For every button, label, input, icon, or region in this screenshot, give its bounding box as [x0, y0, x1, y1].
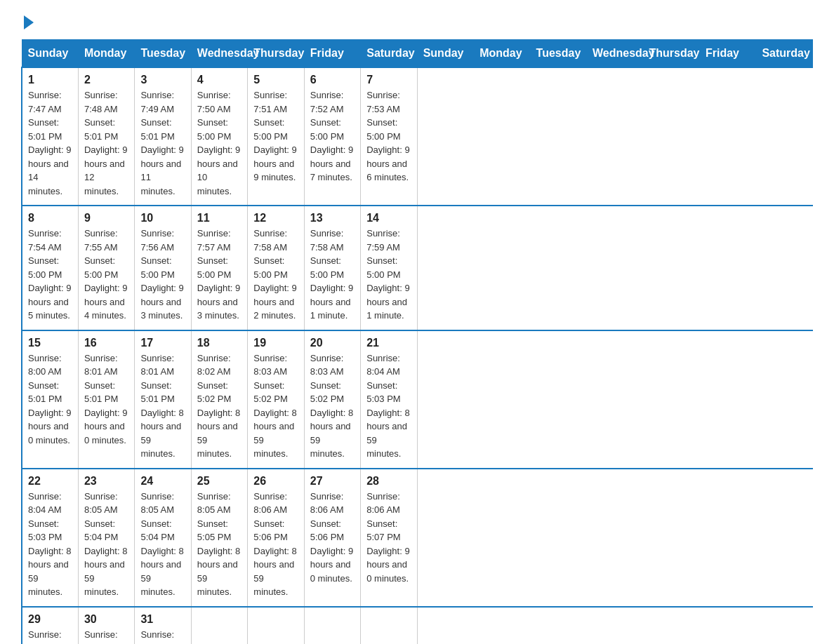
- day-number: 3: [140, 74, 185, 86]
- day-number: 25: [197, 475, 241, 488]
- calendar-cell: 11Sunrise: 7:57 AMSunset: 5:00 PMDayligh…: [191, 206, 247, 330]
- day-number: 1: [28, 74, 72, 86]
- calendar-cell: 24Sunrise: 8:05 AMSunset: 5:04 PMDayligh…: [135, 469, 191, 607]
- calendar-header-row: SundayMondayTuesdayWednesdayThursdayFrid…: [22, 40, 813, 68]
- day-number: 27: [310, 475, 355, 488]
- calendar-cell: 16Sunrise: 8:01 AMSunset: 5:01 PMDayligh…: [78, 330, 134, 469]
- calendar-cell: 27Sunrise: 8:06 AMSunset: 5:06 PMDayligh…: [304, 469, 360, 607]
- calendar-cell: [304, 607, 360, 645]
- day-header-thursday: Thursday: [643, 40, 699, 68]
- day-info: Sunrise: 7:56 AMSunset: 5:00 PMDaylight:…: [140, 227, 185, 323]
- day-info: Sunrise: 8:04 AMSunset: 5:03 PMDaylight:…: [366, 351, 411, 461]
- calendar-cell: 28Sunrise: 8:06 AMSunset: 5:07 PMDayligh…: [361, 469, 417, 607]
- calendar-cell: 13Sunrise: 7:58 AMSunset: 5:00 PMDayligh…: [304, 206, 360, 330]
- calendar-cell: 21Sunrise: 8:04 AMSunset: 5:03 PMDayligh…: [361, 330, 417, 469]
- day-header-thursday: Thursday: [248, 40, 304, 68]
- calendar-cell: 10Sunrise: 7:56 AMSunset: 5:00 PMDayligh…: [135, 206, 191, 330]
- day-number: 5: [253, 74, 298, 86]
- calendar-cell: 7Sunrise: 7:53 AMSunset: 5:00 PMDaylight…: [361, 67, 417, 206]
- calendar-cell: 26Sunrise: 8:06 AMSunset: 5:06 PMDayligh…: [248, 469, 304, 607]
- day-number: 20: [310, 337, 355, 349]
- day-info: Sunrise: 8:07 AMSunset: 5:09 PMDaylight:…: [140, 628, 185, 645]
- day-info: Sunrise: 8:05 AMSunset: 5:04 PMDaylight:…: [140, 490, 185, 599]
- calendar-cell: 29Sunrise: 8:07 AMSunset: 5:08 PMDayligh…: [22, 607, 78, 645]
- day-header-friday: Friday: [304, 40, 360, 68]
- calendar-cell: 17Sunrise: 8:01 AMSunset: 5:01 PMDayligh…: [135, 330, 191, 469]
- day-info: Sunrise: 7:52 AMSunset: 5:00 PMDaylight:…: [310, 88, 355, 185]
- day-number: 18: [197, 337, 241, 349]
- calendar-cell: 6Sunrise: 7:52 AMSunset: 5:00 PMDaylight…: [304, 67, 360, 206]
- day-info: Sunrise: 8:01 AMSunset: 5:01 PMDaylight:…: [140, 351, 185, 461]
- day-header-wednesday: Wednesday: [191, 40, 247, 68]
- day-header-wednesday: Wednesday: [587, 40, 643, 68]
- day-header-sunday: Sunday: [22, 40, 78, 68]
- day-info: Sunrise: 8:06 AMSunset: 5:06 PMDaylight:…: [310, 490, 355, 586]
- day-info: Sunrise: 8:03 AMSunset: 5:02 PMDaylight:…: [253, 351, 298, 461]
- calendar-cell: [361, 607, 417, 645]
- day-number: 8: [28, 212, 72, 224]
- day-number: 14: [366, 212, 411, 224]
- day-info: Sunrise: 8:07 AMSunset: 5:09 PMDaylight:…: [84, 628, 128, 645]
- day-number: 11: [197, 212, 241, 224]
- calendar-cell: 3Sunrise: 7:49 AMSunset: 5:01 PMDaylight…: [135, 67, 191, 206]
- day-header-tuesday: Tuesday: [135, 40, 191, 68]
- logo: [21, 14, 34, 25]
- calendar-cell: 12Sunrise: 7:58 AMSunset: 5:00 PMDayligh…: [248, 206, 304, 330]
- day-number: 17: [140, 337, 185, 349]
- day-info: Sunrise: 7:47 AMSunset: 5:01 PMDaylight:…: [28, 88, 72, 198]
- calendar-cell: 4Sunrise: 7:50 AMSunset: 5:00 PMDaylight…: [191, 67, 247, 206]
- day-info: Sunrise: 7:57 AMSunset: 5:00 PMDaylight:…: [197, 227, 241, 323]
- day-number: 28: [366, 475, 411, 488]
- day-number: 6: [310, 74, 355, 86]
- day-info: Sunrise: 7:50 AMSunset: 5:00 PMDaylight:…: [197, 88, 241, 198]
- calendar-cell: 25Sunrise: 8:05 AMSunset: 5:05 PMDayligh…: [191, 469, 247, 607]
- calendar-cell: 23Sunrise: 8:05 AMSunset: 5:04 PMDayligh…: [78, 469, 134, 607]
- day-number: 31: [140, 613, 185, 626]
- page-header: [21, 14, 813, 25]
- day-header-monday: Monday: [78, 40, 134, 68]
- day-number: 26: [253, 475, 298, 488]
- day-info: Sunrise: 8:00 AMSunset: 5:01 PMDaylight:…: [28, 351, 72, 448]
- day-info: Sunrise: 8:04 AMSunset: 5:03 PMDaylight:…: [28, 490, 72, 599]
- day-info: Sunrise: 7:58 AMSunset: 5:00 PMDaylight:…: [310, 227, 355, 323]
- calendar-cell: 1Sunrise: 7:47 AMSunset: 5:01 PMDaylight…: [22, 67, 78, 206]
- day-number: 10: [140, 212, 185, 224]
- day-info: Sunrise: 8:07 AMSunset: 5:08 PMDaylight:…: [28, 628, 72, 645]
- day-info: Sunrise: 7:54 AMSunset: 5:00 PMDaylight:…: [28, 227, 72, 323]
- day-header-friday: Friday: [699, 40, 755, 68]
- calendar-cell: 20Sunrise: 8:03 AMSunset: 5:02 PMDayligh…: [304, 330, 360, 469]
- calendar-week-row: 8Sunrise: 7:54 AMSunset: 5:00 PMDaylight…: [22, 206, 813, 330]
- day-header-tuesday: Tuesday: [530, 40, 586, 68]
- day-info: Sunrise: 7:58 AMSunset: 5:00 PMDaylight:…: [253, 227, 298, 323]
- day-info: Sunrise: 8:01 AMSunset: 5:01 PMDaylight:…: [84, 351, 128, 448]
- calendar-cell: 2Sunrise: 7:48 AMSunset: 5:01 PMDaylight…: [78, 67, 134, 206]
- day-number: 13: [310, 212, 355, 224]
- day-header-saturday: Saturday: [756, 40, 813, 68]
- day-number: 9: [84, 212, 128, 224]
- calendar-cell: 18Sunrise: 8:02 AMSunset: 5:02 PMDayligh…: [191, 330, 247, 469]
- day-number: 29: [28, 613, 72, 626]
- day-info: Sunrise: 8:05 AMSunset: 5:05 PMDaylight:…: [197, 490, 241, 599]
- day-number: 30: [84, 613, 128, 626]
- day-number: 22: [28, 475, 72, 488]
- calendar-week-row: 15Sunrise: 8:00 AMSunset: 5:01 PMDayligh…: [22, 330, 813, 469]
- day-info: Sunrise: 7:51 AMSunset: 5:00 PMDaylight:…: [253, 88, 298, 185]
- calendar-cell: 15Sunrise: 8:00 AMSunset: 5:01 PMDayligh…: [22, 330, 78, 469]
- calendar-cell: [191, 607, 247, 645]
- day-header-saturday: Saturday: [361, 40, 417, 68]
- day-number: 4: [197, 74, 241, 86]
- calendar-cell: [248, 607, 304, 645]
- day-number: 15: [28, 337, 72, 349]
- day-number: 7: [366, 74, 411, 86]
- day-header-monday: Monday: [474, 40, 530, 68]
- day-number: 23: [84, 475, 128, 488]
- day-info: Sunrise: 8:05 AMSunset: 5:04 PMDaylight:…: [84, 490, 128, 599]
- calendar-cell: 22Sunrise: 8:04 AMSunset: 5:03 PMDayligh…: [22, 469, 78, 607]
- day-info: Sunrise: 7:53 AMSunset: 5:00 PMDaylight:…: [366, 88, 411, 185]
- day-info: Sunrise: 8:03 AMSunset: 5:02 PMDaylight:…: [310, 351, 355, 461]
- calendar-cell: 31Sunrise: 8:07 AMSunset: 5:09 PMDayligh…: [135, 607, 191, 645]
- day-number: 19: [253, 337, 298, 349]
- calendar-week-row: 22Sunrise: 8:04 AMSunset: 5:03 PMDayligh…: [22, 469, 813, 607]
- calendar-week-row: 1Sunrise: 7:47 AMSunset: 5:01 PMDaylight…: [22, 67, 813, 206]
- calendar-cell: 14Sunrise: 7:59 AMSunset: 5:00 PMDayligh…: [361, 206, 417, 330]
